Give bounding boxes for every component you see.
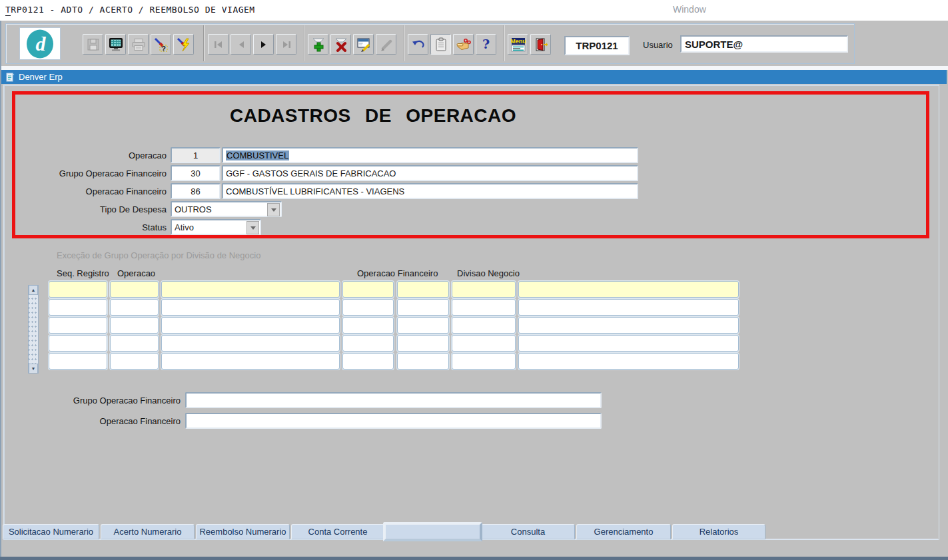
nav-first-icon xyxy=(214,41,223,49)
grid-cell[interactable] xyxy=(49,299,107,316)
svg-text:?: ? xyxy=(161,44,166,52)
denver-logo-button[interactable]: d xyxy=(19,27,61,60)
operacao-desc-field[interactable]: COMBUSTIVEL xyxy=(222,147,638,163)
grid-cell[interactable] xyxy=(161,317,340,334)
save-button[interactable] xyxy=(83,34,103,55)
grid-cell[interactable] xyxy=(161,281,340,298)
grid-cell[interactable] xyxy=(110,299,159,316)
grid-scrollbar[interactable]: ▲ ▼ xyxy=(28,285,39,374)
clipboard-button[interactable] xyxy=(430,34,451,55)
insert-record-icon xyxy=(311,37,326,52)
tab-relatorios[interactable]: Relatorios xyxy=(672,524,765,539)
print-button[interactable] xyxy=(128,34,149,55)
tipo-de-despesa-label: Tipo De Despesa xyxy=(20,204,167,214)
grid-cell[interactable] xyxy=(342,317,394,334)
lower-operacao-financeiro-label: Operacao Financeiro xyxy=(34,416,181,426)
grid-cell[interactable] xyxy=(49,317,107,334)
page-title: CADASTROS DE OPERACAO xyxy=(167,105,580,127)
delete-record-button[interactable] xyxy=(330,34,351,55)
next-record-button[interactable] xyxy=(253,34,274,55)
grid-cell[interactable] xyxy=(397,353,449,370)
scroll-down-icon[interactable]: ▼ xyxy=(29,364,38,374)
grid-cell[interactable] xyxy=(161,299,340,316)
grupo-operacao-financeiro-code-field[interactable]: 30 xyxy=(171,165,221,181)
operacao-financeiro-code-field[interactable]: 86 xyxy=(171,183,221,199)
exit-button[interactable] xyxy=(530,34,551,55)
col-header-seq-registro: Seq. Registro xyxy=(57,268,109,278)
accelerator-underline xyxy=(5,15,11,16)
grid-cell[interactable] xyxy=(342,299,394,316)
grid-cell[interactable] xyxy=(397,317,449,334)
grid-cell[interactable] xyxy=(110,335,159,352)
grid-cell[interactable] xyxy=(452,335,516,352)
edit-record-button[interactable] xyxy=(353,34,374,55)
insert-record-button[interactable] xyxy=(308,34,328,55)
grid-cell[interactable] xyxy=(518,353,739,370)
chevron-down-icon[interactable] xyxy=(267,203,280,216)
menu-bar: TRP0121 - ADTO / ACERTO / REEMBOLSO DE V… xyxy=(0,0,948,21)
grid-cell[interactable] xyxy=(110,281,159,298)
tipo-de-despesa-select[interactable]: OUTROS xyxy=(171,201,282,217)
grid-cell[interactable] xyxy=(342,353,394,370)
grid-cell[interactable] xyxy=(110,353,159,370)
enter-query-button[interactable]: ? xyxy=(151,34,171,55)
operacao-financeiro-desc-field[interactable]: COMBUSTÍVEL LUBRIFICANTES - VIAGENS xyxy=(222,183,638,199)
grid-cell[interactable] xyxy=(161,353,340,370)
window-left-edge xyxy=(0,21,1,557)
grid-cell[interactable] xyxy=(397,281,449,298)
first-record-button[interactable] xyxy=(208,34,229,55)
program-menu-title[interactable]: TRP0121 - ADTO / ACERTO / REEMBOLSO DE V… xyxy=(5,5,255,15)
tab-consulta[interactable]: Consulta xyxy=(481,524,575,539)
grid-cell[interactable] xyxy=(161,335,340,352)
operacao-code-field[interactable]: 1 xyxy=(171,147,221,163)
svg-text:Menu: Menu xyxy=(511,38,526,45)
brush-question-icon: ? xyxy=(154,37,169,52)
grupo-operacao-financeiro-desc-field[interactable]: GGF - GASTOS GERAIS DE FABRICACAO xyxy=(222,165,638,181)
tab-conta-corrente[interactable]: Conta Corrente xyxy=(291,524,384,539)
chevron-down-icon[interactable] xyxy=(246,221,259,234)
svg-text:d: d xyxy=(36,33,47,55)
status-value: Ativo xyxy=(175,222,194,232)
lower-grupo-operacao-financeiro-field[interactable] xyxy=(185,392,602,408)
window-menu[interactable]: Window xyxy=(673,4,706,15)
grid-cell[interactable] xyxy=(49,281,107,298)
tab-acerto-numerario[interactable]: Acerto Numerario xyxy=(101,524,195,539)
grid-cell[interactable] xyxy=(452,281,516,298)
grid-cell[interactable] xyxy=(397,299,449,316)
question-mark-icon: ? xyxy=(482,38,490,51)
last-record-button[interactable] xyxy=(276,34,296,55)
grid-cell[interactable] xyxy=(397,335,449,352)
help-button[interactable]: ? xyxy=(476,34,496,55)
grid-cell[interactable] xyxy=(452,353,516,370)
grid-cell[interactable] xyxy=(342,281,394,298)
grid-cell[interactable] xyxy=(518,335,739,352)
toolbar-panel: d ? xyxy=(5,23,855,64)
tab-reembolso-numerario[interactable]: Reembolso Numerario xyxy=(196,524,290,539)
tab-solicitacao-numerario[interactable]: Solicitacao Numerario xyxy=(3,524,99,539)
clear-record-button[interactable] xyxy=(376,34,396,55)
grid-cell[interactable] xyxy=(452,317,516,334)
tab-gerenciamento[interactable]: Gerenciamento xyxy=(576,524,671,539)
status-select[interactable]: Ativo xyxy=(171,219,261,235)
scroll-up-icon[interactable]: ▲ xyxy=(29,285,38,295)
grid-cell[interactable] xyxy=(49,353,107,370)
menu-button[interactable]: Menu xyxy=(508,34,528,55)
grid-cell[interactable] xyxy=(452,299,516,316)
user-field[interactable]: SUPORTE@ xyxy=(680,35,848,53)
execute-query-button[interactable] xyxy=(173,34,194,55)
previous-record-button[interactable] xyxy=(231,34,251,55)
undo-button[interactable] xyxy=(408,34,428,55)
grid-cell[interactable] xyxy=(110,317,159,334)
user-label: Usuario xyxy=(643,40,673,50)
grid-cell[interactable] xyxy=(518,317,739,334)
grid-cell[interactable] xyxy=(342,335,394,352)
lower-operacao-financeiro-field[interactable] xyxy=(185,413,602,429)
screen-button[interactable] xyxy=(105,34,126,55)
keys-button[interactable] xyxy=(453,34,474,55)
operacao-label: Operacao xyxy=(20,150,167,160)
grid-cell[interactable] xyxy=(49,335,107,352)
grid-cell[interactable] xyxy=(518,281,739,298)
grid-cell[interactable] xyxy=(518,299,739,316)
tab-cadastros[interactable]: Cadastros xyxy=(386,524,480,539)
col-header-operacao-financeiro: Operacao Financeiro xyxy=(357,268,438,278)
